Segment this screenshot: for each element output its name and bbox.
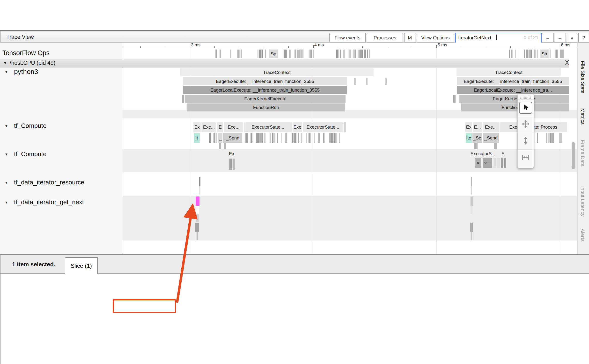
slice-eager-kernel-execute[interactable]: EagerKernelExecute — [459, 95, 569, 103]
trace-slice[interactable]: Exe... — [483, 122, 499, 132]
trace-slice[interactable]: Exe — [293, 122, 302, 132]
trace-slice[interactable]: Sp — [269, 50, 278, 58]
trace-stripe[interactable] — [360, 50, 362, 58]
trace-stripe[interactable] — [526, 50, 528, 58]
trace-stripe[interactable] — [245, 133, 246, 143]
trace-stripe[interactable] — [295, 133, 296, 143]
trace-stripe[interactable] — [550, 50, 551, 58]
trace-slice[interactable]: _Send — [223, 133, 242, 143]
trace-slice[interactable] — [233, 159, 235, 170]
trace-stripe[interactable] — [262, 50, 263, 58]
trace-stripe[interactable] — [535, 50, 536, 58]
trace-stripe[interactable] — [314, 133, 315, 143]
trace-stripe[interactable] — [530, 50, 531, 58]
trace-stripe[interactable] — [289, 50, 290, 58]
trace-slice[interactable]: Sp — [540, 50, 549, 58]
trace-stripe[interactable] — [369, 50, 370, 58]
trace-slice[interactable] — [199, 186, 200, 195]
selection-tool[interactable] — [518, 99, 534, 116]
sidebar-tab-file-size-stats[interactable]: File Size Stats — [580, 61, 586, 93]
trace-stripe[interactable] — [215, 50, 215, 58]
trace-slice[interactable] — [453, 95, 456, 103]
trace-stripe[interactable] — [281, 133, 282, 143]
trace-slice[interactable] — [195, 223, 199, 232]
trace-slice[interactable] — [354, 78, 356, 85]
trace-stripe[interactable] — [216, 133, 217, 143]
trace-stripe[interactable] — [555, 50, 556, 58]
trace-stripe[interactable] — [215, 133, 215, 143]
trace-stripe[interactable] — [524, 50, 525, 58]
trace-slice[interactable]: Exe... — [201, 122, 216, 132]
trace-stripe[interactable] — [365, 50, 366, 58]
trace-stripe[interactable] — [299, 50, 300, 58]
trace-stripe[interactable] — [515, 50, 516, 58]
slice-function-run[interactable]: FunctionRun — [187, 103, 345, 111]
sidebar-tab-frame-data[interactable]: Frame Data — [580, 140, 586, 167]
collapse-triangle-icon[interactable]: ▼ — [3, 61, 7, 65]
trace-slice[interactable] — [182, 95, 184, 103]
trace-stripe[interactable] — [556, 50, 558, 58]
trace-stripe[interactable] — [546, 133, 547, 143]
trace-stripe[interactable] — [230, 50, 231, 58]
trace-stripe[interactable] — [294, 50, 296, 58]
close-icon[interactable]: X — [563, 59, 571, 66]
trace-stripe[interactable] — [264, 133, 265, 143]
trace-slice[interactable] — [504, 158, 506, 168]
palette-drag-handle[interactable] — [520, 95, 531, 99]
zoom-vertical-tool[interactable] — [518, 133, 534, 149]
trace-slice[interactable]: v — [475, 158, 481, 168]
trace-stripe[interactable] — [537, 50, 538, 58]
tab-slice[interactable]: Slice (1) — [65, 257, 98, 274]
trace-stripe[interactable] — [253, 133, 253, 143]
trace-stripe[interactable] — [343, 50, 344, 58]
trace-stripe[interactable] — [251, 133, 252, 143]
trace-stripe[interactable] — [297, 50, 298, 58]
trace-slice[interactable] — [385, 78, 387, 85]
trace-stripe[interactable] — [246, 133, 248, 143]
trace-slice[interactable]: _Se — [472, 133, 482, 143]
trace-slice[interactable] — [501, 158, 503, 168]
slice-iterator-chip[interactable]: Ite — [466, 133, 472, 143]
trace-stripe[interactable] — [336, 133, 337, 143]
trace-stripe[interactable] — [273, 133, 275, 143]
trace-slice[interactable] — [471, 186, 472, 195]
trace-stripe[interactable] — [331, 133, 333, 143]
trace-stripe[interactable] — [358, 50, 359, 58]
slice-function-run[interactable]: FunctionRun — [461, 103, 569, 111]
trace-slice[interactable]: Ex — [227, 150, 236, 157]
trace-slice[interactable] — [497, 158, 500, 168]
trace-stripe[interactable] — [308, 133, 309, 143]
trace-stripe[interactable] — [259, 50, 261, 58]
trace-slice[interactable]: v... — [483, 158, 492, 168]
slice-iterator-chip[interactable]: It — [194, 133, 200, 143]
trace-stripe[interactable] — [261, 50, 262, 58]
trace-slice[interactable] — [196, 206, 199, 214]
trace-stripe[interactable] — [336, 50, 338, 58]
trace-stripe[interactable] — [537, 133, 538, 143]
process-header-host-cpu[interactable]: ▼ /host:CPU (pid 49) X — [0, 59, 569, 67]
trace-stripe[interactable] — [306, 133, 307, 143]
trace-stripe[interactable] — [511, 50, 512, 58]
trace-stripe[interactable] — [241, 50, 241, 58]
trace-stripe[interactable] — [209, 133, 211, 143]
trace-stripe[interactable] — [340, 50, 341, 58]
trace-slice[interactable] — [199, 177, 200, 186]
trace-slice[interactable]: _Send — [483, 133, 499, 143]
trace-stripe[interactable] — [362, 50, 363, 58]
trace-stripe[interactable] — [258, 133, 259, 143]
sidebar-tab-input-latency[interactable]: Input Latency — [580, 186, 586, 217]
trace-stripe[interactable] — [259, 133, 260, 143]
trace-stripe[interactable] — [318, 133, 320, 143]
trace-stripe[interactable] — [324, 133, 324, 143]
trace-slice[interactable] — [471, 206, 472, 214]
slice-trace-context[interactable]: TraceContext — [456, 68, 561, 76]
trace-slice[interactable]: Ex — [465, 122, 472, 132]
trace-stripe[interactable] — [265, 50, 265, 58]
trace-stripe[interactable] — [216, 50, 217, 58]
trace-stripe[interactable] — [348, 50, 348, 58]
trace-stripe[interactable] — [270, 133, 271, 143]
trace-stripe[interactable] — [302, 133, 302, 143]
trace-slice[interactable]: E... — [473, 122, 482, 132]
trace-slice[interactable]: E — [501, 150, 505, 157]
trace-slice[interactable] — [559, 133, 562, 143]
